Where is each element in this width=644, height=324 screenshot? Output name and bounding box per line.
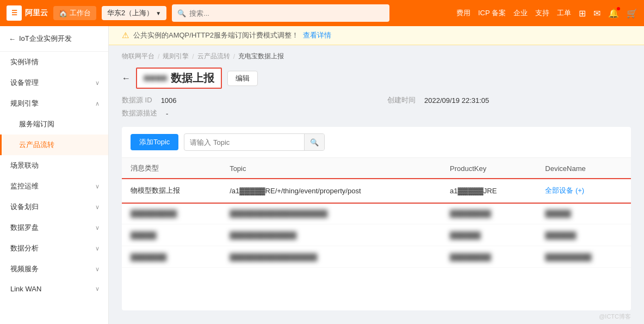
sidebar-nav: 实例详情设备管理∨规则引擎∧服务端订阅云产品流转场景联动监控运维∨设备划归∨数据… xyxy=(0,52,108,298)
watermark: @ICTC博客 xyxy=(109,310,644,324)
sidebar-item-rule-engine[interactable]: 规则引擎∧ xyxy=(0,93,108,114)
table-cell-1-0: ▓▓▓▓▓▓▓▓▓ xyxy=(122,203,221,224)
datasource-desc-value: - xyxy=(166,109,168,118)
alert-link[interactable]: 查看详情 xyxy=(303,30,331,40)
chevron-icon: ∨ xyxy=(95,224,100,231)
page-title: 数据上报 xyxy=(171,71,214,85)
alert-text: 公共实例的AMQP/HTTP2服务端订阅计费模式调整！ xyxy=(133,30,299,40)
breadcrumb-separator: / xyxy=(192,53,194,60)
table-cell-1-3: ▓▓▓▓▓ xyxy=(536,203,631,224)
search-icon: 🔍 xyxy=(177,9,186,17)
create-time-value: 2022/09/19 22:31:05 xyxy=(424,96,489,105)
workbench-label: 工作台 xyxy=(70,8,91,18)
sidebar-item-device-group[interactable]: 设备划归∨ xyxy=(0,197,108,217)
logo-text: 阿里云 xyxy=(25,8,48,18)
sidebar-item-linkwan[interactable]: Link WAN∨ xyxy=(0,279,108,298)
nav-cart-icon[interactable]: 🛒 xyxy=(627,8,637,19)
sidebar-item-label-device-group: 设备划归 xyxy=(10,202,39,212)
table-cell-3-1: ▓▓▓▓▓▓▓▓▓▓▓▓▓▓▓▓▓ xyxy=(221,246,441,268)
nav-logo[interactable]: ☰ 阿里云 xyxy=(7,5,48,21)
search-bar[interactable]: 🔍 xyxy=(172,4,389,22)
table-cell-3-0: ▓▓▓▓▓▓▓ xyxy=(122,246,221,268)
back-left-icon: ← xyxy=(9,35,16,43)
search-input[interactable] xyxy=(189,9,384,17)
alert-icon: ⚠ xyxy=(122,30,129,40)
sidebar-item-label-service-sub: 服务端订阅 xyxy=(19,119,54,129)
chevron-down-icon: ▼ xyxy=(156,10,161,16)
sidebar-item-data-analysis[interactable]: 数据分析∨ xyxy=(0,238,108,259)
table-col-0: 消息类型 xyxy=(122,158,221,179)
table-cell-2-0: ▓▓▓▓▓ xyxy=(122,224,221,246)
nav-support[interactable]: 支持 xyxy=(535,8,549,18)
sidebar-item-label-data-disk: 数据罗盘 xyxy=(10,223,39,233)
edit-button[interactable]: 编辑 xyxy=(227,71,258,86)
datasource-id-value: 1006 xyxy=(161,96,177,105)
chevron-icon: ∨ xyxy=(95,245,100,252)
sidebar-item-monitor[interactable]: 监控运维∨ xyxy=(0,176,108,197)
breadcrumb-item-0[interactable]: 物联网平台 xyxy=(122,52,154,61)
breadcrumb-item-2[interactable]: 云产品流转 xyxy=(197,52,230,61)
sidebar-item-label-linkwan: Link WAN xyxy=(10,285,41,293)
sidebar-item-instance-detail[interactable]: 实例详情 xyxy=(0,52,108,72)
nav-icp[interactable]: ICP 备案 xyxy=(478,8,506,18)
table-cell-2-2: ▓▓▓▓▓▓ xyxy=(441,224,536,246)
chevron-icon: ∨ xyxy=(95,80,100,87)
breadcrumb-separator: / xyxy=(158,53,159,60)
sidebar-item-device-mgmt[interactable]: 设备管理∨ xyxy=(0,72,108,93)
sidebar-item-data-disk[interactable]: 数据罗盘∨ xyxy=(0,217,108,238)
sidebar-item-label-rule-engine: 规则引擎 xyxy=(10,99,39,108)
table-cell-2-3: ▓▓▓▓▓▓ xyxy=(536,224,631,246)
data-table: 消息类型TopicProductKeyDeviceName 物模型数据上报/a1… xyxy=(122,158,631,268)
breadcrumb-separator: / xyxy=(233,53,235,60)
topic-search-box[interactable]: 🔍 xyxy=(184,133,325,151)
table-row: ▓▓▓▓▓▓▓▓▓▓▓▓▓▓▓▓▓▓▓▓▓▓▓▓▓▓▓▓▓▓▓▓▓▓▓▓▓▓▓▓… xyxy=(122,203,631,224)
table-cell-0-2: a1▓▓▓▓▓JRE xyxy=(441,179,536,203)
nav-enterprise[interactable]: 企业 xyxy=(513,8,528,18)
page-title-box: ■■■■ 数据上报 xyxy=(136,68,222,89)
table-cell-3-2: ▓▓▓▓▓▓▓▓ xyxy=(441,246,536,268)
topic-search-input[interactable] xyxy=(184,138,304,146)
nav-fees[interactable]: 费用 xyxy=(456,8,470,18)
table-col-2: ProductKey xyxy=(441,158,536,179)
table-col-1: Topic xyxy=(221,158,441,179)
table-row: ▓▓▓▓▓▓▓▓▓▓▓▓▓▓▓▓▓▓▓▓▓▓▓▓▓▓▓▓▓▓▓▓▓▓▓▓▓▓▓▓… xyxy=(122,246,631,268)
nav-message-icon[interactable]: ✉ xyxy=(593,8,600,19)
chevron-icon: ∨ xyxy=(95,183,100,190)
nav-notification-icon[interactable]: 🔔 xyxy=(608,8,619,19)
sidebar-item-label-monitor: 监控运维 xyxy=(10,181,39,191)
datasource-id-label: 数据源 ID xyxy=(122,95,152,105)
alert-banner: ⚠ 公共实例的AMQP/HTTP2服务端订阅计费模式调整！ 查看详情 xyxy=(109,26,644,45)
workbench-icon: 🏠 xyxy=(59,9,67,17)
sidebar-back[interactable]: ← IoT企业实例开发 xyxy=(0,26,108,52)
breadcrumb: 物联网平台/规则引擎/云产品流转/充电宝数据上报 xyxy=(109,45,644,63)
page-back-icon[interactable]: ← xyxy=(122,74,131,83)
workbench-nav[interactable]: 🏠 工作台 xyxy=(53,6,96,20)
table-cell-1-2: ▓▓▓▓▓▓▓▓ xyxy=(441,203,536,224)
nav-apps-icon[interactable]: ⊞ xyxy=(579,8,586,19)
chevron-icon: ∨ xyxy=(95,285,100,292)
region-label: 华东2（上海） xyxy=(107,8,153,18)
topic-search-icon-btn[interactable]: 🔍 xyxy=(304,134,324,150)
sidebar-item-scene[interactable]: 场景联动 xyxy=(0,155,108,176)
chevron-icon: ∨ xyxy=(95,266,100,273)
sidebar-item-video[interactable]: 视频服务∨ xyxy=(0,259,108,279)
table-cell-0-0: 物模型数据上报 xyxy=(122,179,221,203)
breadcrumb-item-1[interactable]: 规则引擎 xyxy=(163,52,189,61)
chevron-icon: ∧ xyxy=(95,100,100,107)
region-selector[interactable]: 华东2（上海） ▼ xyxy=(102,6,166,20)
back-label: IoT企业实例开发 xyxy=(19,34,72,44)
table-cell-2-1: ▓▓▓▓▓▓▓▓▓▓▓▓▓ xyxy=(221,224,441,246)
sidebar-item-label-video: 视频服务 xyxy=(10,264,39,274)
table-row: ▓▓▓▓▓▓▓▓▓▓▓▓▓▓▓▓▓▓▓▓▓▓▓▓▓▓▓▓▓▓ xyxy=(122,224,631,246)
sidebar-item-label-instance-detail: 实例详情 xyxy=(10,57,39,67)
create-time-label: 创建时间 xyxy=(387,95,416,105)
table-col-3: DeviceName xyxy=(536,158,631,179)
nav-ticket[interactable]: 工单 xyxy=(557,8,571,18)
sidebar-item-cloud-product[interactable]: 云产品流转 xyxy=(0,135,108,155)
sidebar-item-service-sub[interactable]: 服务端订阅 xyxy=(0,114,108,135)
sidebar-item-label-cloud-product: 云产品流转 xyxy=(19,140,54,150)
add-topic-button[interactable]: 添加Topic xyxy=(131,134,178,150)
breadcrumb-item-3: 充电宝数据上报 xyxy=(238,52,284,61)
table-row: 物模型数据上报/a1▓▓▓▓▓RE/+/thing/event/property… xyxy=(122,179,631,203)
sidebar-item-label-scene: 场景联动 xyxy=(10,161,39,170)
